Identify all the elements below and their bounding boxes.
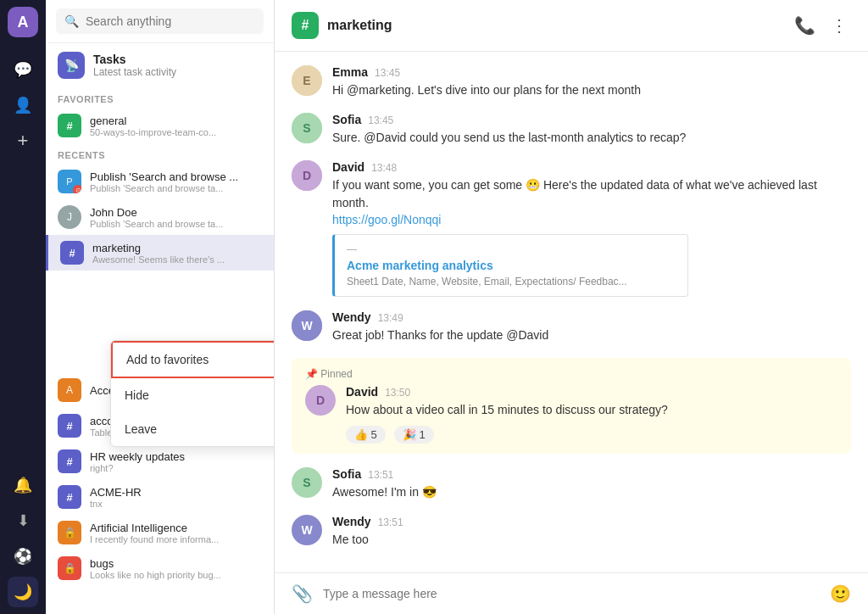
msg-sender-wendy: Wendy [332,310,371,324]
channel-name-header: marketing [327,18,392,33]
message-2: S Sofia 13:45 Sure. @David could you sen… [292,113,851,147]
msg-time-wendy-2: 13:51 [378,516,403,528]
channel-acme-hr[interactable]: # ACME-HR tnx [46,479,274,515]
msg-sender-emma: Emma [332,65,368,79]
context-menu-hide[interactable]: Hide [111,378,274,412]
msg-time-david-2: 13:50 [385,387,410,399]
avatar-john: J [58,205,81,229]
svg-text:W: W [301,523,313,537]
channel-publish[interactable]: P ⊙ Publish 'Search and browse ... Publi… [46,164,274,199]
msg-time-wendy: 13:49 [378,312,403,324]
msg-header-david: David 13:48 [332,160,851,174]
reaction-party[interactable]: 🎉 1 [394,426,434,444]
bell-icon[interactable]: 🔔 [8,470,38,500]
channel-text-publish: Publish 'Search and browse ... Publish '… [90,170,238,193]
msg-text-sofia: Sure. @David could you send us the last-… [332,129,851,147]
attach-icon[interactable]: 📎 [292,583,313,604]
sidebar-content: 📡 Tasks Latest task activity FAVORITES #… [46,43,274,614]
channel-icon-general: # [58,114,81,137]
search-icon: 🔍 [64,14,79,28]
msg-sender-wendy-2: Wendy [332,515,371,528]
tasks-title: Tasks [93,53,176,66]
message-6: S Sofia 13:51 Awesome! I'm in 😎 [292,467,851,501]
emoji-icon[interactable]: 🙂 [830,583,851,604]
pin-label: 📌 Pinned [305,368,837,380]
search-input[interactable] [86,14,255,28]
phone-icon[interactable]: 📞 [791,12,819,39]
msg-header-emma: Emma 13:45 [332,65,851,79]
channel-marketing[interactable]: # marketing Awesome! Seems like there's … [46,235,274,271]
chat-nav-icon[interactable]: 💬 [8,54,38,85]
avatar-david-2: D [305,385,336,416]
message-5-pinned: 📌 Pinned D David 13:50 How about a video… [292,358,851,454]
tasks-item[interactable]: 📡 Tasks Latest task activity [46,43,274,87]
tasks-text: Tasks Latest task activity [93,53,176,78]
msg-time-david: 13:48 [371,162,397,174]
message-7: W Wendy 13:51 Me too [292,515,851,549]
channel-ai[interactable]: 🔒 Artificial Intelligence I recently fou… [46,515,274,550]
msg-header-sofia-2: Sofia 13:51 [332,467,851,481]
message-5: D David 13:50 How about a video call in … [305,385,837,444]
chat-area: # marketing 📞 ⋮ E Emma 13:45 Hi @marketi… [275,0,868,614]
channel-icon-hr: # [58,449,81,473]
avatar-publish: P ⊙ [58,170,81,193]
search-bar: 🔍 [46,0,274,43]
link-preview: — Acme marketing analytics Sheet1 Date, … [332,234,688,297]
channel-text-bugs: bugs Looks like no high priority bug... [90,557,221,580]
context-menu-leave[interactable]: Leave [111,412,274,446]
msg-body-emma: Emma 13:45 Hi @marketing. Let's dive int… [332,65,851,99]
msg-sender-david-2: David [346,385,378,399]
more-options-icon[interactable]: ⋮ [827,12,851,39]
channel-icon-marketing: # [60,241,84,265]
contacts-nav-icon[interactable]: 👤 [8,90,38,120]
message-4: W Wendy 13:49 Great job! Thanks for the … [292,310,851,344]
msg-time-sofia-2: 13:51 [368,469,393,481]
avatar-sofia: S [292,113,322,143]
channel-text-general: general 50-ways-to-improve-team-co... [90,114,216,137]
chat-header: # marketing 📞 ⋮ [275,0,868,52]
search-input-wrap[interactable]: 🔍 [56,8,264,34]
recents-label: RECENTS [46,143,274,164]
svg-text:D: D [303,169,311,182]
msg-text-sofia-2: Awesome! I'm in 😎 [332,483,851,501]
channel-icon-acme-hr: # [58,485,81,509]
msg-time-emma: 13:45 [375,67,400,79]
channel-general[interactable]: # general 50-ways-to-improve-team-co... [46,108,274,143]
msg-body-sofia: Sofia 13:45 Sure. @David could you send … [332,113,851,147]
message-link[interactable]: https://goo.gl/Nonqqi [332,213,441,226]
context-menu-add-favorites[interactable]: Add to favorites [111,341,274,378]
message-1: E Emma 13:45 Hi @marketing. Let's dive i… [292,65,851,99]
msg-sender-sofia: Sofia [332,113,361,126]
channel-text-hr: HR weekly updates right? [90,450,185,473]
svg-text:D: D [316,394,325,407]
channel-icon-accounts: # [58,414,81,438]
avatar-david: D [292,160,322,191]
tasks-icon: 📡 [58,52,85,79]
channel-text-ai: Artificial Intelligence I recently found… [90,522,219,544]
message-input[interactable] [323,587,820,600]
msg-body-wendy: Wendy 13:49 Great job! Thanks for the up… [332,310,851,344]
avatar-emma: E [292,65,322,96]
message-3: D David 13:48 If you want some, you can … [292,160,851,297]
msg-body-david-2: David 13:50 How about a video call in 15… [346,385,837,444]
moon-icon[interactable]: 🌙 [8,577,38,607]
channel-john[interactable]: J John Doe Publish 'Search and browse ta… [46,199,274,235]
user-avatar[interactable]: A [8,7,38,37]
msg-text-wendy-2: Me too [332,531,851,549]
context-menu: Add to favorites Hide Leave [110,340,274,447]
preview-title: Acme marketing analytics [347,259,676,272]
channel-text-john: John Doe Publish 'Search and browse ta..… [90,206,223,229]
svg-text:S: S [303,476,310,489]
sidebar: 🔍 📡 Tasks Latest task activity FAVORITES… [46,0,275,614]
msg-text-wendy: Great job! Thanks for the update @David [332,327,851,344]
soccer-icon[interactable]: ⚽ [8,541,38,572]
channel-bugs[interactable]: 🔒 bugs Looks like no high priority bug..… [46,550,274,586]
add-nav-icon[interactable]: + [8,126,38,156]
message-input-area: 📎 🙂 [275,572,868,614]
svg-text:W: W [301,319,313,332]
channel-hr[interactable]: # HR weekly updates right? [46,444,274,479]
reaction-thumbs[interactable]: 👍 5 [346,426,386,444]
svg-text:E: E [303,74,310,87]
msg-header-david-2: David 13:50 [346,385,837,399]
download-icon[interactable]: ⬇ [8,505,38,536]
